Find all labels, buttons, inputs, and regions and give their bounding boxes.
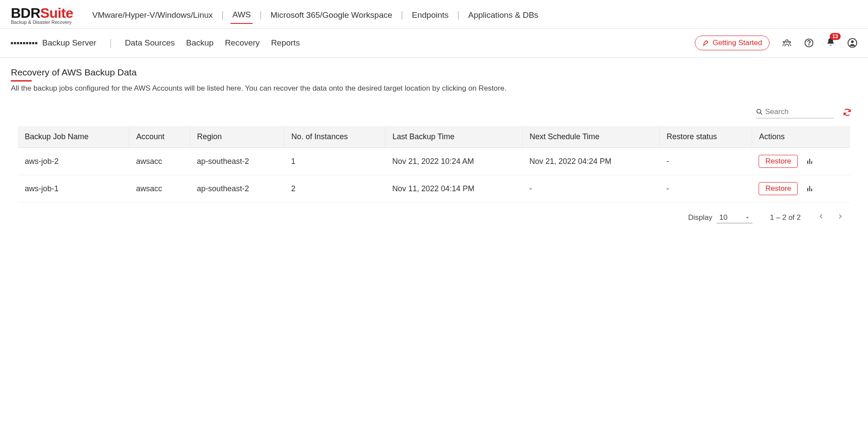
svg-rect-10: [811, 161, 812, 164]
community-icon[interactable]: [782, 38, 792, 48]
cell-account: awsacc: [129, 148, 190, 175]
apps-grid-icon: [11, 42, 37, 44]
search-input[interactable]: [763, 106, 834, 118]
page-size-value: 10: [719, 213, 727, 222]
getting-started-label: Getting Started: [713, 39, 762, 47]
restore-button[interactable]: Restore: [759, 155, 798, 168]
backup-server-menu[interactable]: Backup Server: [11, 38, 96, 48]
subnav-item-recovery[interactable]: Recovery: [225, 38, 260, 48]
topnav-item-vmware[interactable]: VMware/Hyper-V/Windows/Linux: [91, 7, 215, 23]
toolbar: [11, 106, 857, 118]
topnav-item-aws[interactable]: AWS: [230, 7, 253, 24]
title-underline: [11, 80, 32, 82]
svg-rect-11: [807, 188, 808, 192]
cell-restore-status: -: [660, 175, 752, 203]
topnav-separator: |: [256, 10, 265, 20]
topnav-item-m365[interactable]: Microsoft 365/Google Workspace: [269, 7, 394, 23]
cell-job-name: aws-job-2: [18, 148, 129, 175]
report-icon[interactable]: [806, 157, 814, 165]
th-actions[interactable]: Actions: [752, 126, 850, 148]
cell-last-backup: Nov 21, 2022 10:24 AM: [385, 148, 523, 175]
page-size-select[interactable]: 10: [717, 212, 753, 223]
content: Recovery of AWS Backup Data All the back…: [0, 58, 868, 242]
svg-point-7: [757, 109, 761, 113]
table-wrap: Backup Job Name Account Region No. of In…: [11, 126, 857, 233]
display-label: Display: [688, 213, 712, 222]
svg-rect-13: [811, 189, 812, 191]
th-region[interactable]: Region: [190, 126, 284, 148]
svg-rect-9: [809, 159, 810, 164]
th-next-schedule[interactable]: Next Schedule Time: [523, 126, 660, 148]
notifications-count: 13: [830, 33, 841, 40]
chevron-down-icon: [745, 215, 750, 220]
svg-point-1: [783, 41, 785, 43]
search-icon: [756, 108, 763, 116]
brand-logo: BDRSuite Backup & Disaster Recovery: [11, 5, 73, 25]
subnav-left: Backup Server | Data Sources Backup Reco…: [11, 37, 300, 49]
th-restore-status[interactable]: Restore status: [660, 126, 752, 148]
next-page-button[interactable]: [837, 212, 843, 223]
cell-actions: Restore: [752, 148, 850, 175]
cell-account: awsacc: [129, 175, 190, 203]
topnav-item-endpoints[interactable]: Endpoints: [410, 7, 450, 23]
restore-button[interactable]: Restore: [759, 182, 798, 195]
page-range: 1 – 2 of 2: [770, 213, 801, 222]
th-job-name[interactable]: Backup Job Name: [18, 126, 129, 148]
svg-point-2: [789, 41, 790, 43]
topnav-separator: |: [398, 10, 407, 20]
svg-point-6: [851, 40, 854, 43]
svg-point-4: [809, 45, 809, 45]
th-account[interactable]: Account: [129, 126, 190, 148]
cell-instances: 2: [284, 175, 385, 203]
th-instances[interactable]: No. of Instances: [284, 126, 385, 148]
search-wrap: [756, 106, 834, 118]
backup-server-label: Backup Server: [42, 38, 96, 47]
brand-sub: Backup & Disaster Recovery: [11, 20, 73, 25]
cell-next-schedule: -: [523, 175, 660, 203]
cell-restore-status: -: [660, 148, 752, 175]
subnav-item-reports[interactable]: Reports: [271, 38, 300, 48]
topnav-item-apps[interactable]: Applications & DBs: [467, 7, 540, 23]
cell-region: ap-southeast-2: [190, 175, 284, 203]
help-icon[interactable]: [804, 38, 814, 48]
table-row: aws-job-1 awsacc ap-southeast-2 2 Nov 11…: [18, 175, 850, 203]
topnav-separator: |: [218, 10, 227, 20]
svg-rect-12: [809, 186, 810, 191]
svg-point-0: [786, 40, 788, 42]
display-block: Display 10: [688, 212, 753, 223]
page-arrows: [818, 212, 843, 223]
topnav-separator: |: [454, 10, 463, 20]
report-icon[interactable]: [806, 185, 814, 193]
getting-started-button[interactable]: Getting Started: [695, 36, 769, 50]
refresh-icon[interactable]: [842, 108, 852, 117]
svg-rect-8: [807, 161, 808, 164]
cell-last-backup: Nov 11, 2022 04:14 PM: [385, 175, 523, 203]
pagination: Display 10 1 – 2 of 2: [18, 203, 850, 233]
cell-next-schedule: Nov 21, 2022 04:24 PM: [523, 148, 660, 175]
subnav-item-backup[interactable]: Backup: [186, 38, 214, 48]
brand-main-dark: BDR: [11, 5, 40, 21]
subnav-separator: |: [109, 37, 112, 49]
jobs-table: Backup Job Name Account Region No. of In…: [18, 126, 850, 203]
brand-main-accent: Suite: [40, 5, 73, 21]
subnav-right: Getting Started 13: [695, 36, 857, 50]
rocket-icon: [702, 39, 710, 47]
cell-actions: Restore: [752, 175, 850, 203]
page-description: All the backup jobs configured for the A…: [11, 84, 857, 93]
cell-job-name: aws-job-1: [18, 175, 129, 203]
subnav: Backup Server | Data Sources Backup Reco…: [0, 29, 868, 58]
topnav-items: VMware/Hyper-V/Windows/Linux | AWS | Mic…: [91, 7, 540, 24]
th-last-backup[interactable]: Last Backup Time: [385, 126, 523, 148]
subnav-item-datasources[interactable]: Data Sources: [125, 38, 175, 48]
table-row: aws-job-2 awsacc ap-southeast-2 1 Nov 21…: [18, 148, 850, 175]
notifications-button[interactable]: 13: [826, 37, 835, 49]
topnav: BDRSuite Backup & Disaster Recovery VMwa…: [0, 0, 868, 29]
cell-instances: 1: [284, 148, 385, 175]
page-title: Recovery of AWS Backup Data: [11, 67, 137, 80]
cell-region: ap-southeast-2: [190, 148, 284, 175]
user-icon[interactable]: [848, 38, 857, 48]
prev-page-button[interactable]: [818, 212, 824, 223]
